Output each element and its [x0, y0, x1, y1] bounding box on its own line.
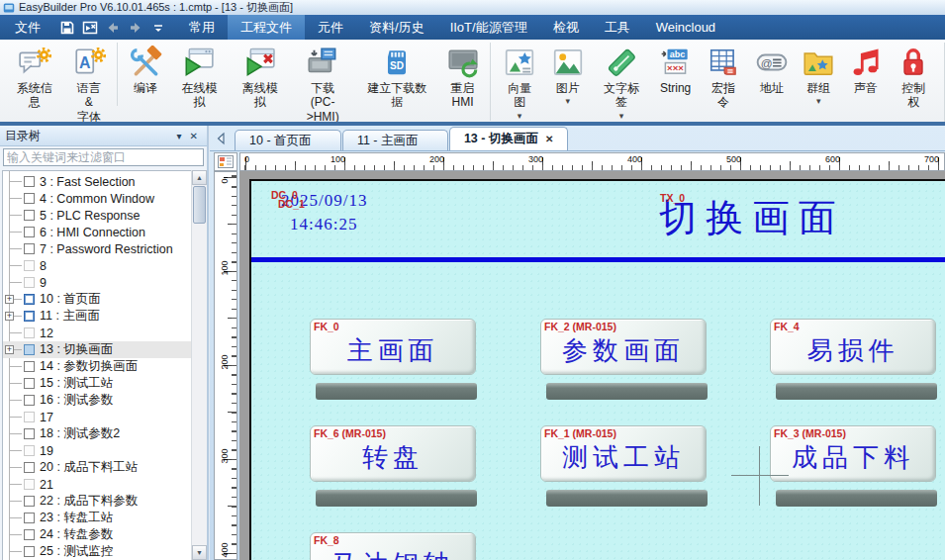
ribbon-button[interactable]: @ 地址 ▾ [748, 43, 796, 106]
menu-tab[interactable]: 工程文件 [228, 15, 305, 40]
tree-filter-input[interactable] [3, 148, 204, 166]
tree-item[interactable]: + 24 : 转盘参数 [3, 526, 204, 543]
tree-item[interactable]: + 16 : 测试参数 [3, 392, 204, 409]
expander-icon[interactable]: + [5, 295, 14, 304]
window-checkbox[interactable] [24, 546, 35, 557]
ribbon-button[interactable]: 图片 ▾ [544, 43, 592, 106]
ribbon-button[interactable]: 群组 ▾ [795, 43, 842, 106]
ribbon-button[interactable]: 重启 HMI ▾ [439, 43, 487, 121]
ribbon-button[interactable]: 编译 ▾ [117, 43, 169, 106]
expander-icon[interactable]: + [5, 345, 14, 354]
tree-item[interactable]: + 17 [3, 409, 204, 425]
redo-icon[interactable] [128, 20, 143, 36]
screen-title[interactable]: 切换画面 [659, 193, 845, 243]
tree-item[interactable]: + 23 : 转盘工站 [3, 510, 204, 526]
panel-close-icon[interactable]: ✕ [186, 131, 202, 141]
window-checkbox[interactable] [24, 294, 35, 305]
window-checkbox[interactable] [24, 496, 35, 507]
dropdown-arrow-icon[interactable]: ▾ [619, 111, 624, 121]
design-workspace[interactable]: DC_0 DC_1 2025/09/13 14:46:25 TX_0 切换画面 … [239, 171, 945, 560]
tree-item[interactable]: + 8 [3, 257, 204, 274]
menu-tab[interactable]: 工具 [592, 15, 643, 40]
tree-item[interactable]: + 14 : 参数切换画面 [3, 358, 204, 375]
time-display[interactable]: 14:46:25 [290, 215, 357, 234]
dropdown-arrow-icon[interactable]: ▾ [518, 111, 522, 121]
window-checkbox[interactable] [24, 260, 35, 271]
hmi-function-key[interactable]: FK_4 易损件 [770, 319, 936, 375]
tree-item[interactable]: + 7 : Password Restriction [3, 240, 204, 257]
ribbon-button[interactable]: 控制权 ▾ [890, 43, 939, 121]
save-icon[interactable] [59, 20, 75, 36]
tree-item[interactable]: + 19 [3, 442, 204, 459]
window-checkbox[interactable] [24, 445, 35, 456]
tree-item[interactable]: + 18 : 测试参数2 [3, 425, 204, 442]
window-checkbox[interactable] [24, 227, 35, 237]
tree-item[interactable]: + 9 [3, 274, 204, 291]
ribbon-button[interactable]: 在线模拟 ▾ [169, 43, 230, 121]
close-icon[interactable]: ✕ [545, 134, 553, 144]
divider-line[interactable] [251, 257, 945, 262]
scrollbar-thumb[interactable] [193, 186, 206, 224]
tree-item[interactable]: + 5 : PLC Response [3, 207, 204, 224]
hmi-function-key[interactable]: FK_1 (MR-015) 测试工站 [540, 425, 707, 482]
tree-item[interactable]: + 4 : Common Window [3, 190, 204, 207]
window-checkbox[interactable] [24, 344, 35, 355]
dropdown-arrow-icon[interactable]: ▾ [565, 96, 570, 106]
ribbon-button[interactable]: 宏指令 ▾ [699, 43, 748, 121]
simulate-icon[interactable] [82, 20, 98, 36]
menu-file[interactable]: 文件 [0, 15, 55, 40]
window-checkbox[interactable] [24, 327, 35, 338]
undo-icon[interactable] [105, 20, 121, 36]
scroll-up-icon[interactable]: ▲ [192, 170, 207, 185]
window-tab[interactable]: 10 - 首页面 ✕ [235, 130, 341, 150]
tree-item[interactable]: + 6 : HMI Connection [3, 224, 204, 240]
ribbon-button[interactable]: abc××× String ▾ [652, 43, 700, 106]
hmi-function-key[interactable]: FK_2 (MR-015) 参数画面 [540, 319, 707, 375]
menu-tab[interactable]: 元件 [305, 15, 356, 40]
window-checkbox[interactable] [24, 529, 35, 540]
tree-item[interactable]: + 12 [3, 325, 204, 341]
dropdown-arrow-icon[interactable]: ▾ [816, 96, 821, 106]
tree-item[interactable]: + 13 : 切换画面 [3, 341, 204, 358]
expander-icon[interactable]: + [5, 312, 14, 321]
menu-tab[interactable]: Weincloud [643, 15, 728, 40]
tree-item[interactable]: + 11 : 主画面 [3, 308, 204, 325]
tree-item[interactable]: + 21 [3, 476, 204, 493]
menu-tab[interactable]: 资料/历史 [356, 15, 437, 40]
menu-tab[interactable]: IIoT/能源管理 [437, 15, 540, 40]
window-checkbox[interactable] [24, 361, 35, 372]
window-checkbox[interactable] [24, 412, 35, 422]
tree-item[interactable]: + 15 : 测试工站 [3, 375, 204, 392]
window-checkbox[interactable] [24, 193, 35, 204]
window-checkbox[interactable] [24, 513, 35, 523]
window-checkbox[interactable] [24, 462, 35, 473]
hmi-screen[interactable]: DC_0 DC_1 2025/09/13 14:46:25 TX_0 切换画面 … [249, 179, 945, 560]
tree-item[interactable]: + 20 : 成品下料工站 [3, 459, 204, 476]
window-checkbox[interactable] [24, 210, 35, 221]
scroll-down-icon[interactable]: ▼ [192, 545, 207, 560]
hmi-function-key[interactable]: FK_0 主画面 [310, 319, 476, 375]
window-tab[interactable]: 11 - 主画面 ✕ [342, 130, 448, 150]
hmi-function-key[interactable]: FK_3 (MR-015) 成品下料 [770, 425, 936, 482]
ribbon-button[interactable]: 离线模拟 ▾ [230, 43, 290, 121]
window-tab[interactable]: 13 - 切换画面 ✕ [449, 127, 568, 150]
window-checkbox[interactable] [24, 176, 35, 187]
panel-menu-icon[interactable]: ▾ [173, 131, 186, 141]
tree-item[interactable]: + 22 : 成品下料参数 [3, 493, 204, 510]
tree-item[interactable]: + 3 : Fast Selection [3, 173, 204, 190]
window-checkbox[interactable] [24, 277, 35, 288]
hmi-function-key[interactable]: FK_6 (MR-015) 转盘 [310, 425, 476, 482]
window-checkbox[interactable] [24, 378, 35, 389]
ribbon-button[interactable]: 声音 ▾ [842, 43, 890, 106]
ribbon-button[interactable]: 向量图 ▾ [490, 43, 544, 121]
menu-tab[interactable]: 检视 [540, 15, 592, 40]
menu-tab[interactable]: 常用 [176, 15, 228, 40]
tree-item[interactable]: + 10 : 首页面 [3, 291, 204, 308]
ribbon-button[interactable]: 文字标签 ▾ [591, 43, 651, 121]
window-checkbox[interactable] [24, 395, 35, 406]
ribbon-button[interactable]: SD 建立下载数据 ▾ [355, 43, 439, 121]
hmi-function-key[interactable]: FK_8 马达钢轴 [310, 532, 476, 560]
tree-item[interactable]: + 25 : 测试监控 [3, 543, 204, 560]
tab-scroll-left-icon[interactable] [214, 131, 230, 146]
window-checkbox[interactable] [24, 243, 35, 254]
